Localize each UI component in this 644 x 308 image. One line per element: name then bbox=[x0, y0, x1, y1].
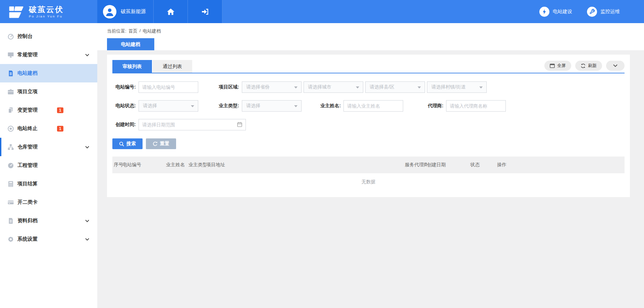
date-range-input[interactable] bbox=[139, 119, 246, 130]
panel-actions: 全屏 刷新 bbox=[544, 61, 625, 72]
sidebar-item-change-mgmt[interactable]: 变更管理 1 bbox=[0, 101, 97, 119]
nav-station-build[interactable]: 电站建设 bbox=[539, 7, 572, 17]
window-icon bbox=[550, 64, 555, 68]
village-select-placeholder: 请选择村镇/街道 bbox=[431, 84, 466, 90]
county-select-placeholder: 请选择县/区 bbox=[370, 84, 394, 90]
login-icon bbox=[201, 8, 209, 16]
header-nav: 电站建设 监控运维 bbox=[222, 0, 644, 23]
reset-button[interactable]: 重置 bbox=[146, 138, 176, 149]
panel-tabs: 审核列表 通过列表 全屏 刷新 bbox=[112, 60, 625, 73]
results-table: 序号 电站编号 业主姓名 业主类型 项目地址 服务代理商 创建日期 状态 操作 bbox=[112, 157, 625, 173]
agent-input[interactable] bbox=[446, 100, 506, 112]
home-button[interactable] bbox=[154, 0, 188, 23]
breadcrumb-separator: / bbox=[140, 28, 141, 34]
breadcrumb-prefix: 当前位置: bbox=[107, 28, 126, 34]
col-seq: 序号 bbox=[112, 157, 122, 173]
nav-monitor-ops[interactable]: 监控运维 bbox=[587, 7, 620, 17]
gear-icon bbox=[7, 236, 14, 243]
sidebar-item-system-settings[interactable]: 系统设置 bbox=[0, 230, 97, 248]
sidebar-item-open-card[interactable]: 开二类卡 bbox=[0, 193, 97, 211]
filter-row-2: 电站状态: 请选择 业主类型: 请选择 业主姓名: bbox=[112, 100, 625, 112]
station-status-label: 电站状态: bbox=[112, 103, 136, 109]
chevron-down-icon bbox=[85, 54, 89, 56]
caret-down-icon bbox=[479, 86, 483, 90]
city-select[interactable]: 请选择城市 bbox=[304, 81, 363, 93]
station-status-select[interactable]: 请选择 bbox=[139, 100, 198, 112]
caret-down-icon bbox=[294, 86, 298, 90]
chevron-down-icon bbox=[85, 146, 89, 148]
sidebar-item-label: 变更管理 bbox=[17, 107, 38, 113]
sidebar-item-label: 电站终止 bbox=[17, 125, 38, 132]
filter-row-3: 创建时间: bbox=[112, 119, 625, 130]
brand-logo-icon bbox=[9, 5, 24, 19]
tab-review-list[interactable]: 审核列表 bbox=[112, 60, 152, 73]
empty-state: 无数据 bbox=[112, 173, 625, 191]
sidebar-item-project-init[interactable]: 项目立项 1 bbox=[0, 82, 97, 101]
owner-name-input[interactable] bbox=[343, 100, 403, 112]
sidebar-item-general-mgmt[interactable]: 常规管理 bbox=[0, 46, 97, 64]
main-content: 当前位置: 首页 / 电站建档 电站建档 审核列表 通过列表 全屏 bbox=[97, 23, 644, 308]
notification-badge: 1 bbox=[57, 107, 63, 113]
fullscreen-label: 全屏 bbox=[557, 63, 566, 69]
province-select[interactable]: 请选择省份 bbox=[242, 81, 302, 93]
station-no-input[interactable] bbox=[139, 81, 198, 93]
sidebar-item-project-settlement[interactable]: 项目结算 bbox=[0, 175, 97, 193]
province-select-placeholder: 请选择省份 bbox=[246, 84, 270, 90]
filter-row-1: 电站编号: 项目区域: 请选择省份 请选择城市 请选择县/区 bbox=[112, 81, 625, 93]
sidebar-item-console[interactable]: 控制台 bbox=[0, 27, 97, 46]
sidebar-item-label: 系统设置 bbox=[17, 236, 38, 242]
brand-name: 破茧云伏 bbox=[29, 5, 64, 13]
top-header: 破茧云伏 Po Jian Yun Fu 破茧新能源 电站建设 bbox=[0, 0, 644, 23]
archive-doc-icon bbox=[7, 218, 14, 224]
content-card: 审核列表 通过列表 全屏 刷新 bbox=[107, 55, 630, 197]
village-select[interactable]: 请选择村镇/街道 bbox=[427, 81, 487, 93]
tab-passed-list[interactable]: 通过列表 bbox=[153, 60, 192, 73]
create-time-label: 创建时间: bbox=[112, 122, 136, 128]
sidebar-item-warehouse-mgmt[interactable]: 仓库管理 bbox=[0, 138, 97, 156]
reset-button-label: 重置 bbox=[160, 141, 169, 147]
refresh-label: 刷新 bbox=[588, 63, 597, 69]
agent-label: 代理商: bbox=[420, 103, 443, 109]
login-button[interactable] bbox=[188, 0, 222, 23]
sidebar-item-label: 工程管理 bbox=[17, 162, 38, 169]
breadcrumb: 当前位置: 首页 / 电站建档 bbox=[107, 28, 644, 34]
col-create-date: 创建日期 bbox=[427, 157, 470, 173]
sidebar-item-data-archive[interactable]: 资料归档 bbox=[0, 211, 97, 230]
notification-badge: 1 bbox=[57, 126, 63, 131]
refresh-button[interactable]: 刷新 bbox=[575, 61, 602, 71]
breadcrumb-home-link[interactable]: 首页 bbox=[128, 28, 138, 34]
sidebar-item-label: 常规管理 bbox=[17, 52, 38, 58]
dashboard-icon bbox=[7, 33, 14, 40]
lightning-icon bbox=[539, 7, 549, 17]
page-tab-station-filing[interactable]: 电站建档 bbox=[107, 38, 154, 50]
breadcrumb-current: 电站建档 bbox=[143, 28, 161, 34]
nav-monitor-ops-label: 监控运维 bbox=[600, 8, 620, 15]
refresh-icon bbox=[581, 63, 586, 68]
caret-down-icon bbox=[294, 105, 298, 109]
nav-station-build-label: 电站建设 bbox=[553, 8, 572, 15]
sidebar-item-station-terminate[interactable]: 电站终止 1 bbox=[0, 119, 97, 138]
briefcase-icon bbox=[7, 88, 14, 95]
filter-buttons: 搜索 重置 bbox=[112, 138, 625, 149]
col-actions: 操作 bbox=[497, 157, 625, 173]
sidebar-item-station-filing[interactable]: 电站建档 bbox=[0, 64, 97, 82]
sitemap-icon bbox=[7, 144, 14, 150]
reset-icon bbox=[153, 141, 158, 146]
user-menu[interactable]: 破茧新能源 bbox=[97, 0, 154, 23]
county-select[interactable]: 请选择县/区 bbox=[365, 81, 425, 93]
search-icon bbox=[119, 141, 124, 146]
owner-type-select[interactable]: 请选择 bbox=[242, 100, 302, 112]
caret-down-icon bbox=[418, 86, 421, 90]
table-header-row: 序号 电站编号 业主姓名 业主类型 项目地址 服务代理商 创建日期 状态 操作 bbox=[112, 157, 625, 173]
collapse-toolbar-button[interactable] bbox=[606, 61, 625, 71]
sidebar-item-label: 项目立项 bbox=[17, 88, 38, 95]
document-icon bbox=[7, 70, 14, 77]
fullscreen-button[interactable]: 全屏 bbox=[544, 61, 571, 71]
sidebar: 控制台 常规管理 电站建档 项目立项 1 变更管理 1 bbox=[0, 23, 97, 308]
sidebar-item-engineering-mgmt[interactable]: 工程管理 bbox=[0, 156, 97, 175]
home-icon bbox=[167, 8, 175, 15]
search-button[interactable]: 搜索 bbox=[112, 138, 143, 149]
card-icon bbox=[7, 199, 14, 206]
sidebar-item-label: 资料归档 bbox=[17, 218, 38, 224]
col-owner-name: 业主姓名 bbox=[166, 157, 189, 173]
